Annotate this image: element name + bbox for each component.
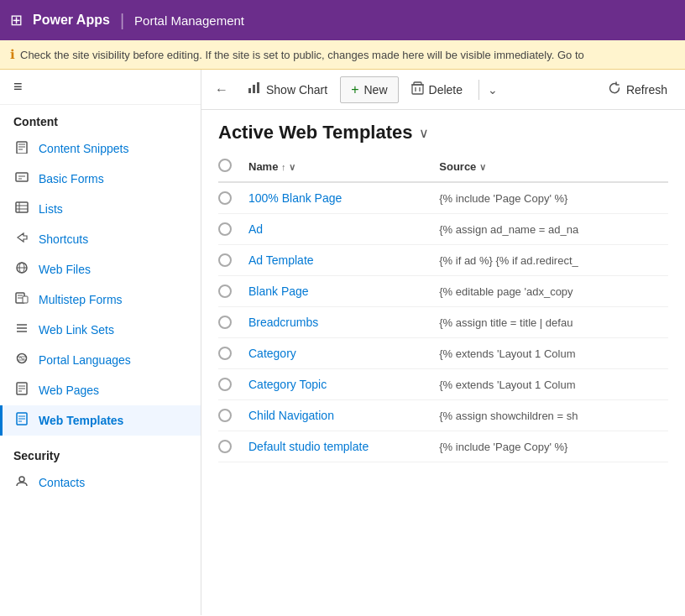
row-radio[interactable] — [218, 378, 232, 391]
row-radio[interactable] — [218, 316, 232, 329]
refresh-icon — [608, 81, 621, 97]
column-header-source[interactable]: Source ∨ — [439, 160, 668, 173]
sidebar-item-shortcuts[interactable]: Shortcuts — [0, 224, 201, 254]
sidebar-item-web-link-sets[interactable]: Web Link Sets — [0, 315, 201, 345]
sidebar-item-lists[interactable]: Lists — [0, 194, 201, 224]
sidebar-item-label: Portal Languages — [39, 353, 131, 367]
show-chart-button[interactable]: Show Chart — [237, 76, 338, 103]
row-name-link[interactable]: Child Navigation — [248, 409, 439, 422]
new-button[interactable]: + New — [340, 76, 398, 103]
svg-rect-17 — [23, 296, 28, 303]
row-source: {% include 'Page Copy' %} — [439, 192, 668, 205]
content-snippets-icon — [13, 140, 30, 157]
sidebar-item-content-snippets[interactable]: Content Snippets — [0, 133, 201, 164]
web-templates-icon — [13, 412, 30, 429]
show-chart-label: Show Chart — [266, 83, 327, 97]
row-source: {% assign title = title | defau — [439, 316, 668, 329]
sidebar-item-label: Shortcuts — [39, 232, 88, 246]
header-divider: | — [120, 11, 124, 30]
new-icon: + — [351, 82, 358, 97]
sidebar-item-basic-forms[interactable]: Basic Forms — [0, 164, 201, 194]
refresh-button[interactable]: Refresh — [597, 76, 678, 103]
sidebar-item-portal-languages[interactable]: Portal Languages — [0, 345, 201, 375]
sidebar-item-label: Web Link Sets — [39, 323, 114, 337]
row-name-link[interactable]: Ad — [248, 222, 439, 236]
header-check-col — [218, 159, 248, 175]
toolbar-separator — [478, 80, 479, 100]
row-radio[interactable] — [218, 285, 232, 298]
portal-languages-icon — [13, 352, 30, 368]
page-title: Active Web Templates — [218, 122, 412, 144]
page-title-bar: Active Web Templates ∨ — [201, 110, 685, 152]
row-source: {% include 'Page Copy' %} — [439, 441, 668, 453]
refresh-label: Refresh — [626, 83, 667, 97]
sidebar-item-label: Web Pages — [39, 384, 99, 397]
delete-icon — [411, 81, 424, 97]
sidebar-item-label: Basic Forms — [39, 172, 104, 185]
table-header: Name ↑ ∨ Source ∨ — [218, 152, 668, 183]
row-source: {% if ad %} {% if ad.redirect_ — [439, 254, 668, 267]
grid-icon[interactable]: ⊞ — [10, 11, 23, 29]
sidebar-security-label: Security — [0, 439, 201, 467]
multistep-forms-icon — [13, 291, 30, 308]
name-sort-indicator[interactable]: ↑ ∨ — [281, 162, 295, 172]
table-row: Category {% extends 'Layout 1 Colum — [218, 338, 668, 369]
toolbar: ← Show Chart + New Delete ⌄ — [201, 70, 685, 110]
delete-label: Delete — [429, 83, 463, 97]
row-source: {% extends 'Layout 1 Colum — [439, 378, 668, 391]
sidebar-item-contacts[interactable]: Contacts — [0, 467, 201, 498]
svg-point-32 — [19, 477, 24, 482]
row-source: {% extends 'Layout 1 Colum — [439, 347, 668, 360]
sidebar-item-label: Web Files — [39, 263, 91, 276]
table-row: 100% Blank Page {% include 'Page Copy' %… — [218, 183, 668, 214]
row-radio[interactable] — [218, 191, 232, 205]
sidebar-item-web-pages[interactable]: Web Pages — [0, 375, 201, 405]
row-name-link[interactable]: Category — [248, 347, 439, 360]
sidebar: ≡ Content Content Snippets Basic Forms L… — [0, 70, 201, 615]
svg-rect-7 — [16, 202, 28, 212]
shortcuts-icon — [13, 231, 30, 248]
sidebar-content-label: Content — [0, 105, 201, 133]
top-header: ⊞ Power Apps | Portal Management — [0, 0, 685, 40]
header-radio[interactable] — [218, 159, 232, 172]
svg-rect-33 — [248, 88, 251, 93]
sidebar-item-web-templates[interactable]: Web Templates — [0, 405, 201, 436]
warning-text: Check the site visibility before editing… — [20, 49, 584, 61]
svg-rect-36 — [412, 85, 423, 94]
sidebar-item-label: Content Snippets — [39, 142, 128, 155]
web-link-sets-icon — [13, 321, 30, 338]
warning-icon: ℹ — [10, 47, 15, 62]
table-row: Breadcrumbs {% assign title = title | de… — [218, 307, 668, 338]
row-radio[interactable] — [218, 409, 232, 422]
delete-button[interactable]: Delete — [400, 76, 473, 103]
row-radio[interactable] — [218, 440, 232, 453]
row-source: {% assign showchildren = sh — [439, 410, 668, 422]
content-area: ← Show Chart + New Delete ⌄ — [201, 70, 685, 615]
data-table: Name ↑ ∨ Source ∨ 100% Blank Page {% inc… — [201, 152, 685, 615]
sidebar-item-multistep-forms[interactable]: Multistep Forms — [0, 285, 201, 315]
sidebar-item-label: Lists — [39, 202, 63, 216]
row-name-link[interactable]: Ad Template — [248, 253, 439, 267]
row-name-link[interactable]: Breadcrumbs — [248, 316, 439, 329]
back-button[interactable]: ← — [208, 77, 235, 102]
row-name-link[interactable]: Category Topic — [248, 378, 439, 391]
sidebar-item-web-files[interactable]: Web Files — [0, 254, 201, 285]
column-header-name[interactable]: Name ↑ ∨ — [248, 160, 439, 173]
row-radio[interactable] — [218, 347, 232, 360]
row-source: {% editable page 'adx_copy — [439, 285, 668, 298]
warning-bar: ℹ Check the site visibility before editi… — [0, 40, 685, 70]
contacts-icon — [13, 474, 30, 491]
svg-rect-0 — [17, 142, 27, 154]
row-name-link[interactable]: Default studio template — [248, 440, 439, 453]
page-title-chevron[interactable]: ∨ — [419, 125, 429, 141]
row-radio[interactable] — [218, 253, 232, 267]
sidebar-hamburger[interactable]: ≡ — [0, 70, 201, 105]
svg-rect-35 — [257, 82, 259, 93]
toolbar-chevron-button[interactable]: ⌄ — [484, 78, 501, 102]
row-name-link[interactable]: Blank Page — [248, 285, 439, 298]
sidebar-item-label: Web Templates — [39, 414, 123, 427]
new-label: New — [364, 83, 388, 97]
row-name-link[interactable]: 100% Blank Page — [248, 191, 439, 205]
row-radio[interactable] — [218, 222, 232, 236]
source-sort-indicator[interactable]: ∨ — [479, 162, 486, 172]
